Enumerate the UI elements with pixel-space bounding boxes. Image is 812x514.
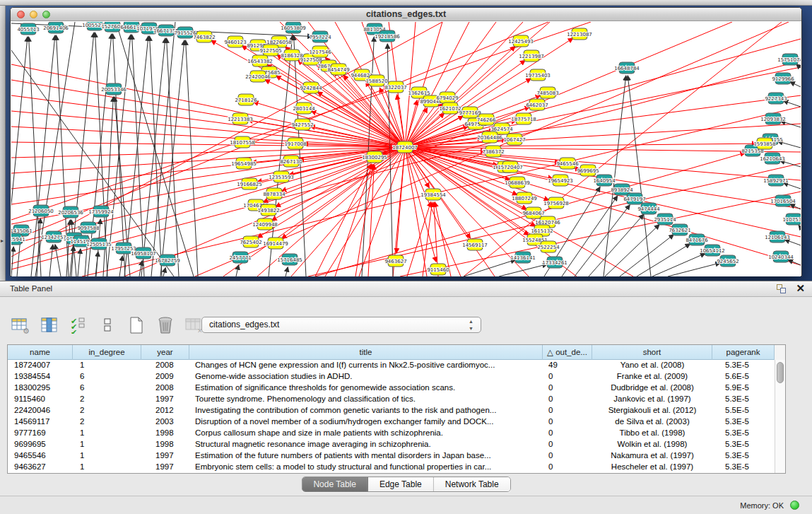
memory-status-label: Memory: OK: [740, 501, 784, 510]
side-panel-edge[interactable]: ▸: [0, 6, 6, 281]
network-node-label: 16782759: [155, 258, 180, 264]
select-rows-icon[interactable]: ✔✔✔: [68, 315, 89, 335]
status-bar: Memory: OK: [0, 496, 812, 514]
cell-out_degree: 0: [543, 394, 592, 405]
cell-in_degree: 6: [73, 382, 141, 394]
cell-in_degree: 1: [73, 360, 141, 371]
network-node-label: 9227343: [765, 96, 787, 102]
network-node-label: 6462037: [526, 103, 548, 108]
table-row[interactable]: 946554611997Estimation of the future num…: [8, 450, 785, 462]
network-node-label: 7625402: [240, 240, 261, 245]
network-edge: [499, 264, 547, 276]
network-window: citations_edges.txt 40557132069140610055…: [10, 7, 802, 276]
cell-out_degree: 49: [543, 360, 592, 371]
network-edge: [49, 245, 53, 276]
cell-in_degree: 1: [73, 450, 141, 462]
cell-title: Structural magnetic resonance image aver…: [189, 439, 543, 450]
network-edge: [562, 196, 618, 276]
cell-short: Stergiakouli et al. (2012): [592, 405, 712, 416]
svg-text:✔: ✔: [71, 328, 77, 334]
network-edge: [783, 101, 801, 107]
close-panel-icon[interactable]: ✕: [796, 282, 805, 295]
table-row[interactable]: 1872400712008Changes of HCN gene express…: [8, 360, 785, 371]
attribute-settings-icon[interactable]: ⚙: [10, 315, 31, 335]
collapse-arrow-icon[interactable]: ▸: [1, 238, 4, 244]
cell-name: 9463627: [8, 462, 73, 473]
network-node-label: 1067427: [503, 137, 525, 143]
cell-short: Dudbridge et al. (2008): [592, 382, 712, 394]
table-selector[interactable]: citations_edges.txt ▲▼: [201, 317, 481, 333]
network-edge: [783, 183, 801, 189]
network-node-label: 746266: [477, 117, 496, 123]
cell-title: Estimation of significance thresholds fo…: [189, 382, 543, 394]
table-row[interactable]: 946362711997Embryonic stem cells: a mode…: [8, 462, 785, 473]
tab-node-table[interactable]: Node Table: [302, 477, 368, 491]
cell-title: Corpus callosum shape and size in male p…: [189, 428, 543, 439]
network-node-label: 4055713: [17, 27, 39, 33]
table-tabs: Node Table Edge Table Network Table: [301, 477, 510, 492]
network-node-label: 15892971: [763, 178, 789, 184]
column-header-short[interactable]: short: [592, 345, 712, 360]
network-edge: [668, 263, 720, 276]
tab-network-table[interactable]: Network Table: [434, 477, 510, 491]
network-edge: [11, 111, 405, 147]
delete-column-icon[interactable]: [155, 315, 176, 335]
column-header-year[interactable]: year: [141, 345, 189, 360]
network-node-label: 9777169: [459, 110, 481, 116]
table-panel-title: Table Panel: [10, 284, 52, 293]
combo-stepper-icon[interactable]: ▲▼: [469, 318, 473, 332]
table-row[interactable]: 1456911722003Disruption of a novel membe…: [8, 416, 785, 428]
table-panel: Table Panel ✕ ⚙ ✔✔✔ ✕: [0, 281, 812, 514]
column-header-in_degree[interactable]: in_degree: [73, 345, 141, 360]
network-edge: [799, 225, 801, 228]
table-row[interactable]: 2242004622012Investigating the contribut…: [8, 405, 785, 416]
network-node-label: 16914479: [263, 241, 288, 247]
float-panel-icon[interactable]: [777, 284, 787, 294]
table-row[interactable]: 911546021997Tourette syndrome. Phenomeno…: [8, 394, 785, 405]
network-node-label: 18300295: [362, 155, 387, 160]
table-row[interactable]: 1830029562008Estimation of significance …: [8, 382, 785, 394]
column-header-pagerank[interactable]: pagerank: [712, 345, 775, 360]
table-scrollbar[interactable]: [775, 360, 785, 473]
memory-status-indicator[interactable]: [790, 501, 799, 510]
create-column-icon[interactable]: [126, 315, 147, 335]
column-header-title[interactable]: title: [189, 345, 543, 360]
network-edge: [788, 259, 801, 265]
cell-out_degree: 0: [543, 439, 592, 450]
network-edge: [186, 40, 198, 276]
network-node-label: 1621072: [439, 106, 461, 112]
network-node-label: 17359924: [88, 209, 114, 215]
row-height-icon[interactable]: [97, 315, 118, 335]
network-node-label: 1107533: [782, 217, 801, 223]
network-node-label: 19166825: [237, 182, 262, 187]
network-edge: [605, 225, 659, 276]
cell-name: 18724007: [8, 360, 73, 371]
network-edge: [132, 35, 144, 276]
table-row[interactable]: 969969511998Structural magnetic resonanc…: [8, 439, 785, 450]
network-node-label: 10240344: [768, 255, 794, 260]
cell-pagerank: 5.3E-5: [712, 416, 775, 428]
cell-year: 1997: [141, 462, 189, 473]
network-node-label: 21206050: [28, 209, 54, 214]
network-node-label: 12505135: [86, 242, 112, 247]
network-node-label: 20053346: [101, 87, 126, 93]
window-title: citations_edges.txt: [11, 9, 801, 19]
column-header-name[interactable]: name: [8, 345, 73, 360]
network-edge: [784, 240, 801, 245]
column-header-out_degree[interactable]: △ out_de...: [543, 345, 592, 360]
table-row[interactable]: 1938455462009Genome-wide association stu…: [8, 371, 785, 382]
network-edge: [160, 40, 184, 276]
table-row[interactable]: 977716911998Corpus callosum shape and si…: [8, 428, 785, 439]
network-edge: [286, 267, 288, 276]
window-titlebar[interactable]: citations_edges.txt: [11, 8, 801, 21]
cell-year: 1998: [141, 428, 189, 439]
table-scrollbar-thumb[interactable]: [777, 362, 784, 383]
cell-in_degree: 1: [73, 428, 141, 439]
tab-edge-table[interactable]: Edge Table: [368, 477, 434, 491]
network-edge: [11, 95, 405, 147]
svg-text:⚙: ⚙: [23, 327, 30, 334]
network-node-label: 19654985: [231, 161, 257, 167]
cell-title: Genome-wide association studies in ADHD.: [189, 371, 543, 382]
select-columns-icon[interactable]: [39, 315, 60, 335]
network-canvas[interactable]: 4055713206914061005528715276026466160107…: [11, 22, 801, 276]
